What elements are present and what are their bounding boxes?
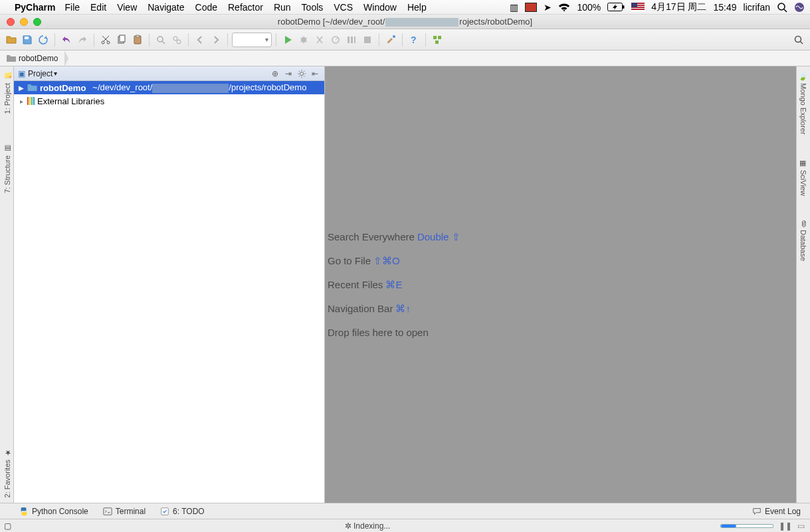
menu-run[interactable]: Run <box>274 2 291 13</box>
svg-point-22 <box>393 35 395 38</box>
tab-structure[interactable]: 7: Structure▤ <box>3 139 11 199</box>
svg-rect-1 <box>623 5 625 9</box>
scroll-from-source-icon[interactable]: ⊕ <box>270 68 280 79</box>
save-icon[interactable] <box>20 33 35 47</box>
structure-icon[interactable] <box>430 33 445 47</box>
concurrency-icon[interactable] <box>344 33 359 47</box>
cut-icon[interactable] <box>98 33 113 47</box>
search-everywhere-icon[interactable] <box>791 33 806 47</box>
disclosure-icon[interactable]: ▶ <box>18 84 25 92</box>
tab-favorites[interactable]: 2: Favorites★ <box>3 443 11 503</box>
spotlight-icon[interactable] <box>777 2 787 13</box>
main-toolbar: ▾ ? <box>0 29 810 50</box>
tab-event-log[interactable]: Event Log <box>752 507 801 516</box>
speech-icon <box>752 507 761 516</box>
tree-root-row[interactable]: ▶ robotDemo ~/dev/dev_root//projects/rob… <box>14 81 324 94</box>
redacted-path <box>152 84 229 93</box>
svg-rect-24 <box>433 36 437 39</box>
status-processes-icon[interactable]: ▭ <box>797 521 805 531</box>
tab-todo[interactable]: 6: TODO <box>160 507 205 516</box>
menu-view[interactable]: View <box>117 2 137 13</box>
hint-recent-files: Recent Files⌘E <box>328 279 402 291</box>
settings-icon[interactable] <box>383 33 398 47</box>
svg-rect-11 <box>136 35 139 37</box>
menu-help[interactable]: Help <box>407 2 427 13</box>
menu-vcs[interactable]: VCS <box>334 2 353 13</box>
wifi-icon[interactable] <box>558 3 570 12</box>
tab-python-console[interactable]: Python Console <box>19 507 88 516</box>
disclosure-icon[interactable]: ▸ <box>18 98 25 105</box>
undo-icon[interactable] <box>59 33 74 47</box>
location-icon[interactable]: ➤ <box>544 2 552 13</box>
back-icon[interactable] <box>193 33 207 47</box>
tree-external-libs-row[interactable]: ▸ External Libraries <box>14 94 324 108</box>
siri-icon[interactable] <box>794 2 805 13</box>
breadcrumb-root[interactable]: robotDemo <box>3 50 64 66</box>
project-tree[interactable]: ▶ robotDemo ~/dev/dev_root//projects/rob… <box>14 81 324 503</box>
profile-icon[interactable] <box>328 33 343 47</box>
menu-refactor[interactable]: Refactor <box>228 2 263 13</box>
menu-window[interactable]: Window <box>363 2 397 13</box>
tab-database[interactable]: 🛢Database <box>799 215 807 266</box>
stop-icon[interactable] <box>360 33 375 47</box>
menu-code[interactable]: Code <box>195 2 217 13</box>
copy-icon[interactable] <box>114 33 129 47</box>
svg-rect-25 <box>438 36 441 39</box>
run-config-select[interactable]: ▾ <box>232 33 272 47</box>
svg-point-2 <box>778 3 785 10</box>
bottom-tool-bar: Python Console Terminal 6: TODO Event Lo… <box>0 503 810 519</box>
window-close-button[interactable] <box>7 18 15 26</box>
menu-navigate[interactable]: Navigate <box>148 2 184 13</box>
breadcrumb-bar: robotDemo <box>0 50 810 66</box>
panel-settings-icon[interactable] <box>296 68 307 79</box>
project-panel-title[interactable]: Project <box>28 69 52 78</box>
svg-line-3 <box>784 9 787 12</box>
find-icon[interactable] <box>153 33 168 47</box>
tab-sciview[interactable]: ▦SciView <box>799 153 808 201</box>
svg-text:?: ? <box>411 35 417 45</box>
window-title: robotDemo [~/dev/dev_root/rojects/robotD… <box>0 17 810 27</box>
editor-empty-state[interactable]: Search EverywhereDouble ⇧ Go to File⇧⌘O … <box>325 66 796 503</box>
redo-icon[interactable] <box>75 33 90 47</box>
collapse-all-icon[interactable]: ⇥ <box>283 68 294 79</box>
refresh-icon[interactable] <box>36 33 51 47</box>
hide-panel-icon[interactable]: ⇤ <box>310 68 320 79</box>
coverage-icon[interactable] <box>312 33 327 47</box>
tray-graph-icon[interactable] <box>525 3 537 12</box>
run-icon[interactable] <box>280 33 295 47</box>
pause-icon[interactable]: ❚❚ <box>779 521 792 531</box>
svg-point-14 <box>173 37 177 41</box>
right-tool-gutter: 🍃Mongo Explorer ▦SciView 🛢Database <box>796 66 810 503</box>
status-message: ✲ Indexing... <box>15 521 720 531</box>
menubar-time[interactable]: 15:49 <box>713 2 736 13</box>
menu-tools[interactable]: Tools <box>302 2 324 13</box>
menubar-user[interactable]: licrifan <box>744 2 770 13</box>
input-flag-icon[interactable] <box>631 3 645 11</box>
tab-mongo[interactable]: 🍃Mongo Explorer <box>799 66 808 140</box>
status-bar: ▢ ✲ Indexing... ❚❚ ▭ <box>0 519 810 532</box>
svg-point-27 <box>795 36 801 42</box>
hint-goto-file: Go to File⇧⌘O <box>328 255 400 267</box>
window-zoom-button[interactable] <box>33 18 41 26</box>
tree-root-path: ~/dev/dev_root//projects/robotDemo <box>92 82 306 93</box>
battery-icon[interactable] <box>607 3 625 11</box>
svg-point-29 <box>300 72 303 75</box>
window-minimize-button[interactable] <box>20 18 28 26</box>
app-menu[interactable]: PyCharm <box>15 2 55 13</box>
menu-edit[interactable]: Edit <box>90 2 106 13</box>
tray-icon[interactable]: ▥ <box>510 2 518 13</box>
help-icon[interactable]: ? <box>407 33 421 47</box>
tab-project[interactable]: 1: Project📁 <box>3 66 11 119</box>
debug-icon[interactable] <box>296 33 311 47</box>
status-windows-icon[interactable]: ▢ <box>0 521 15 531</box>
forward-icon[interactable] <box>209 33 223 47</box>
svg-point-6 <box>102 41 104 44</box>
menubar-date[interactable]: 4月17日 周二 <box>651 1 706 13</box>
battery-percent: 100% <box>577 2 601 13</box>
open-icon[interactable] <box>4 33 19 47</box>
tab-terminal[interactable]: Terminal <box>103 507 146 516</box>
dropdown-icon[interactable]: ▾ <box>54 70 57 77</box>
menu-file[interactable]: File <box>64 2 80 13</box>
paste-icon[interactable] <box>130 33 145 47</box>
replace-icon[interactable] <box>169 33 184 47</box>
